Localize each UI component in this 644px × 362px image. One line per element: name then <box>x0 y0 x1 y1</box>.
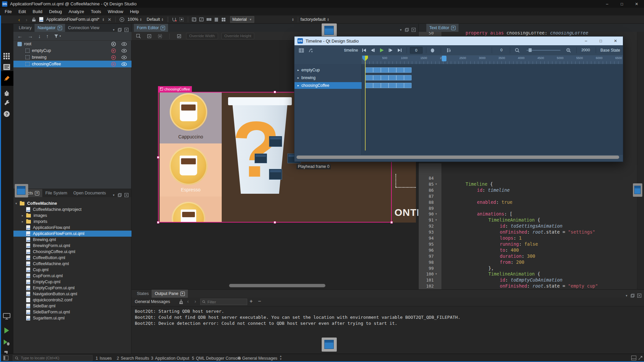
open-document-name[interactable]: ApplicationFlowForm.ui.qml* <box>46 17 99 22</box>
export-icon[interactable] <box>111 62 116 67</box>
close-icon[interactable]: ✕ <box>180 292 185 296</box>
resize-handle-top[interactable] <box>274 91 276 93</box>
track-emptyCup[interactable]: ▸emptyCup <box>294 67 362 73</box>
tab-library[interactable]: Library <box>16 24 35 32</box>
close-icon[interactable]: ✕ <box>451 26 455 30</box>
locator-field[interactable] <box>13 355 93 361</box>
resize-handle-left[interactable] <box>157 156 159 159</box>
popout-icon[interactable] <box>118 28 122 32</box>
expander-closed-icon[interactable]: ▸ <box>22 214 26 217</box>
pane-button-application-output[interactable]: 3Application Output <box>151 354 189 362</box>
file-emptycupform-ui-qml[interactable]: qmlEmptyCupForm.ui.qml <box>13 285 131 291</box>
expander-closed-icon[interactable]: ▸ <box>298 68 299 72</box>
close-button[interactable]: ✕ <box>608 37 623 45</box>
file-coffeemachine-qml[interactable]: qmlCoffeeMachine.qml <box>13 261 131 267</box>
step-back-icon[interactable] <box>369 45 376 55</box>
back-icon[interactable]: ‹ <box>15 16 23 23</box>
end-frame-field[interactable]: 2000 <box>579 47 592 53</box>
file-navigationbutton-ui-qml[interactable]: qmlNavigationButton.ui.qml <box>13 291 131 297</box>
step-forward-icon[interactable] <box>387 45 394 55</box>
chevron-down-icon[interactable]: ▼ <box>112 194 115 197</box>
loop-range-icon[interactable] <box>445 45 453 55</box>
move-left-icon[interactable]: ← <box>17 33 22 39</box>
welcome-grid-icon[interactable] <box>0 51 13 62</box>
track-choosingCoffee[interactable]: ▸choosingCoffee <box>294 82 362 89</box>
override-height-field[interactable]: Override Height <box>221 33 255 39</box>
menu-tools[interactable]: Tools <box>88 8 104 15</box>
snap-toggle-icon[interactable] <box>175 33 183 40</box>
lock-icon[interactable] <box>30 16 38 23</box>
code-line-86[interactable]: id: timeline <box>477 187 510 193</box>
fold-marker-icon[interactable]: ▾ <box>435 181 437 187</box>
no-snapping-icon[interactable] <box>171 16 178 23</box>
file-sidebarform-ui-qml[interactable]: qmlSideBarForm.ui.qml <box>13 309 131 315</box>
close-icon[interactable]: ✕ <box>58 26 62 30</box>
snap-anchors-icon[interactable] <box>178 16 185 23</box>
fold-marker-icon[interactable]: ▾ <box>435 271 437 277</box>
material-dropdown[interactable]: Material▼ <box>230 16 254 23</box>
file-images[interactable]: ▸images <box>13 213 131 219</box>
expander-open-icon[interactable]: ▾ <box>15 202 20 205</box>
code-area[interactable]: 8485▾8687888990▾91▾9293949596979899100▾1… <box>419 163 637 289</box>
tab-states[interactable]: States <box>134 290 152 298</box>
cappuccino-badge[interactable] <box>170 93 207 131</box>
current-frame-field[interactable]: 0 <box>410 47 423 54</box>
style-spinner[interactable]: ▲▼ <box>161 18 164 21</box>
file-qtquickcontrols2-conf[interactable]: qtquickcontrols2.conf <box>13 297 131 303</box>
file-coffeemachine[interactable]: ▾CoffeeMachine <box>13 200 131 206</box>
file-choosingcoffee-ui-qml[interactable]: qmlChoosingCoffee.ui.qml <box>13 249 131 255</box>
menu-help[interactable]: Help <box>126 8 142 15</box>
document-spinner[interactable]: ▲▼ <box>102 18 104 21</box>
override-width-field[interactable]: Override Width <box>186 33 218 39</box>
canvas-hscrollbar[interactable] <box>229 284 325 287</box>
close-panel-icon[interactable] <box>637 294 641 298</box>
espresso-badge[interactable] <box>169 147 208 185</box>
keyframe-bar-choosingCoffee[interactable] <box>365 83 412 88</box>
play-icon[interactable] <box>378 45 386 55</box>
file-emptycup-qml[interactable]: qmlEmptyCup.qml <box>13 279 131 285</box>
close-button[interactable]: ✕ <box>629 0 644 8</box>
tab-form-editor[interactable]: Form Editor✕ <box>134 24 168 32</box>
zoom-slider-track[interactable] <box>527 50 560 51</box>
continue-button-clipped[interactable]: ONTI <box>394 207 418 218</box>
zoom-in-icon[interactable] <box>565 45 573 55</box>
cells-icon[interactable] <box>205 16 213 23</box>
keyframe-bar-brewing[interactable] <box>365 75 412 80</box>
tab-connection-view[interactable]: Connection View <box>65 24 103 32</box>
output-panes-icon[interactable] <box>631 356 636 360</box>
timeline-titlebar[interactable]: DS Timeline - Qt Design Studio – □ ✕ <box>294 37 623 45</box>
file-imports[interactable]: ▸imports <box>13 219 131 225</box>
menu-debug[interactable]: Debug <box>46 8 65 15</box>
navigator-item-emptyCup[interactable]: emptyCup <box>13 47 131 54</box>
file-applicationflowform-ui-qml[interactable]: qmlApplicationFlowForm.ui.qml <box>13 231 131 237</box>
end-frame-marker[interactable] <box>442 56 446 61</box>
tab-text-editor[interactable]: Text Editor✕ <box>426 24 459 32</box>
file-brewingform-ui-qml[interactable]: qmlBrewingForm.ui.qml <box>13 243 131 249</box>
expander-closed-icon[interactable]: ▸ <box>298 76 299 79</box>
debug-play-icon[interactable] <box>0 337 13 348</box>
eye-icon[interactable] <box>121 56 127 59</box>
code-line-102[interactable]: onFinished: root.state = "empty cup" <box>500 283 598 289</box>
file-brewing-qml[interactable]: qmlBrewing.qml <box>13 237 131 243</box>
bounding-rect-icon[interactable] <box>191 16 198 23</box>
forward-icon[interactable]: › <box>23 16 30 23</box>
eye-icon[interactable] <box>121 49 127 53</box>
file-applicationflow-qml[interactable]: qmlApplicationFlow.qml <box>13 225 131 231</box>
zoom-in-icon[interactable]: + <box>250 298 253 304</box>
filter-input[interactable] <box>207 300 246 304</box>
timeline-ruler[interactable]: 5001000150020002500300035004000450050005… <box>294 55 623 64</box>
anchor-tool-icon[interactable] <box>156 33 164 40</box>
export-icon[interactable] <box>111 48 116 53</box>
locator-input[interactable] <box>20 356 90 360</box>
sugar-cube-1[interactable] <box>269 136 282 147</box>
eye-icon[interactable] <box>121 42 127 46</box>
kit-selector[interactable]: factorydefault <box>301 17 326 22</box>
close-icon[interactable]: ✕ <box>161 26 165 30</box>
code-line-101[interactable]: id: toEmptyCubAnimation <box>500 277 562 283</box>
editor-scrollbar[interactable] <box>637 32 644 289</box>
code-line-100[interactable]: TimelineAnimation { <box>488 271 540 277</box>
code-line-88[interactable]: enabled: true <box>477 199 513 205</box>
skip-end-icon[interactable] <box>396 45 403 55</box>
close-panel-icon[interactable] <box>124 28 128 32</box>
menu-analyze[interactable]: Analyze <box>65 8 88 15</box>
